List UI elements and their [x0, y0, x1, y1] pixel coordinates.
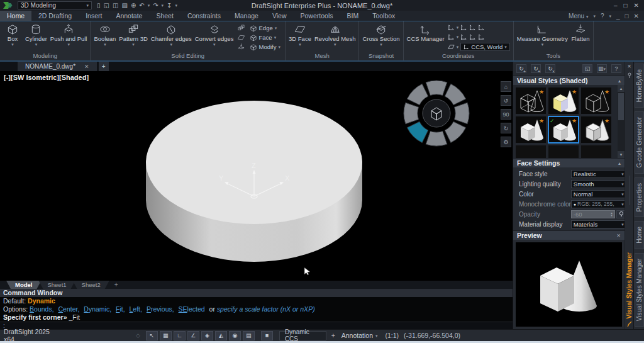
print-icon[interactable]: ▤: [243, 331, 255, 340]
ccs-zaxis-icon[interactable]: [460, 33, 467, 40]
revolved-mesh-button[interactable]: Revolved Mesh▾: [313, 23, 357, 52]
help-button[interactable]: ?: [601, 13, 604, 20]
ccs-world-dropdown[interactable]: CCS, World ▾: [460, 43, 510, 51]
ribbon-minimize-button[interactable]: _: [616, 13, 620, 20]
delete-style-button[interactable]: ↻×: [545, 64, 555, 73]
sidebar-tab-home[interactable]: Home: [635, 221, 644, 249]
navigation-compass-wheel[interactable]: [402, 79, 471, 148]
redo-caret-icon[interactable]: ▾: [162, 3, 164, 8]
sidebar-tab-properties[interactable]: Properties: [635, 177, 644, 218]
ccs-manager-button[interactable]: CCS Manager: [406, 23, 446, 52]
publish-icon[interactable]: ⊕: [131, 3, 136, 9]
ccs-plane-icon[interactable]: [448, 43, 455, 50]
undo-icon[interactable]: ↶: [139, 3, 144, 9]
copy-faces-icon[interactable]: [237, 24, 245, 32]
visual-style-thumb-gouraud[interactable]: ★✓: [548, 116, 579, 143]
modify-button[interactable]: Modify▾: [248, 43, 282, 51]
ccs-view-icon[interactable]: [478, 24, 485, 31]
ortho-icon[interactable]: ∟: [174, 331, 186, 340]
grid-icon[interactable]: ▦: [160, 331, 172, 340]
command-input[interactable]: :: [0, 322, 513, 329]
wheel-segment[interactable]: [426, 81, 447, 96]
visual-style-thumb-shaded-with-edges[interactable]: ★: [581, 116, 611, 143]
wheel-segment[interactable]: [454, 103, 469, 124]
annotation-dropdown[interactable]: Annotation▾: [341, 332, 378, 339]
tab-annotate[interactable]: Annotate: [109, 11, 149, 21]
preview-section-header[interactable]: Preview ✕: [513, 230, 625, 240]
wheel-segment[interactable]: [404, 103, 419, 124]
scroll-up-icon[interactable]: ▴: [618, 85, 625, 92]
restore-button[interactable]: □: [624, 2, 628, 9]
ccs-icon[interactable]: [448, 24, 455, 31]
push-and-pull-button[interactable]: Push and Pull▾: [49, 23, 89, 52]
ui-caret-icon[interactable]: ▾: [593, 14, 596, 18]
spinner-icon[interactable]: ▴▾: [611, 211, 613, 216]
tab-2d-drafting[interactable]: 2D Drafting: [31, 11, 79, 21]
palette-help-button[interactable]: ?: [611, 64, 621, 73]
color-dropdown[interactable]: Normal▾: [571, 190, 626, 198]
close-button[interactable]: ✕: [634, 2, 639, 9]
scroll-down-icon[interactable]: ▾: [618, 151, 625, 158]
save-as-icon[interactable]: ◫: [113, 3, 118, 9]
pin-icon[interactable]: [626, 72, 633, 79]
sidebar-tab-homebyme[interactable]: HomeByMe: [635, 64, 644, 108]
box-button[interactable]: Box▾: [2, 23, 23, 52]
properties-toggle-icon[interactable]: ■: [261, 331, 273, 340]
collapse-icon[interactable]: ▴: [618, 78, 621, 84]
styles-scrollbar[interactable]: ▴ ▾: [618, 85, 625, 158]
rotate-90-button[interactable]: 90: [501, 109, 511, 120]
rotate-cw-button[interactable]: ↻: [501, 123, 511, 133]
clean-icon[interactable]: [237, 43, 245, 51]
tab-constraints[interactable]: Constraints: [180, 11, 228, 21]
new-document-button[interactable]: +: [99, 62, 109, 71]
add-sheet-button[interactable]: +: [109, 281, 123, 289]
sidebar-tab-visual-styles-manager[interactable]: Visual Styles Manager: [635, 253, 644, 327]
new-icon[interactable]: ▯: [97, 3, 101, 9]
tab-view[interactable]: View: [265, 11, 294, 21]
visual-styles-section-header[interactable]: Visual Styles (Shaded) ▴: [513, 76, 625, 85]
wheel-segment[interactable]: [445, 121, 466, 143]
undo-caret-icon[interactable]: ▾: [148, 3, 150, 8]
menu-button[interactable]: Menu ▾: [569, 13, 588, 20]
visual-style-thumb-hidden-line[interactable]: ★: [581, 87, 611, 114]
option-left[interactable]: Left,: [130, 305, 142, 313]
option-center[interactable]: Center,: [58, 305, 80, 313]
visual-style-thumb-row3-a[interactable]: [516, 145, 546, 158]
ccs-entity-icon[interactable]: [469, 24, 476, 31]
palette-close-icon[interactable]: ✕: [627, 64, 631, 69]
option-selected[interactable]: SElected: [179, 305, 205, 313]
command-window-header[interactable]: Command Window: [0, 289, 513, 297]
flatten-button[interactable]: Flatten: [570, 23, 591, 52]
tab-home[interactable]: Home: [0, 11, 31, 21]
open-icon[interactable]: ◱: [104, 3, 109, 9]
option-bounds[interactable]: Bounds,: [30, 305, 54, 313]
boolean-button[interactable]: Boolean▾: [92, 23, 117, 52]
visual-style-thumb-realistic[interactable]: ★: [548, 87, 579, 114]
cylinder-button[interactable]: Cylinder▾: [24, 23, 48, 52]
tab-sheet2[interactable]: Sheet2: [73, 281, 109, 289]
tab-powertools[interactable]: Powertools: [294, 11, 340, 21]
tab-bim[interactable]: BIM: [340, 11, 365, 21]
visual-style-thumb-flat[interactable]: ★: [516, 116, 546, 143]
pointer-filter-icon[interactable]: ↖: [146, 331, 158, 340]
convert-edges-button[interactable]: Convert edges▾: [194, 23, 235, 52]
new-style-button[interactable]: ↻+: [516, 64, 526, 73]
ccs-previous-icon[interactable]: [469, 33, 476, 40]
wheel-segment[interactable]: [426, 131, 447, 146]
tab-model[interactable]: Model: [6, 281, 41, 289]
wheel-segment-sw-active[interactable]: [407, 121, 428, 143]
option-dynamic[interactable]: Dynamic,: [84, 305, 111, 313]
option-fit[interactable]: Fit,: [116, 305, 125, 313]
home-view-button[interactable]: ⌂: [501, 81, 511, 92]
preview-toggle-button[interactable]: ◱: [582, 64, 592, 73]
document-tab[interactable]: NONAME_0.dwg* ✕: [18, 62, 97, 71]
monochrome-color-dropdown[interactable]: ● RGB: 255, 255, ▾: [571, 200, 626, 208]
pattern-3d-button[interactable]: Pattern 3D▾: [118, 23, 148, 52]
color-faces-icon[interactable]: [237, 33, 245, 42]
face-settings-section-header[interactable]: Face Settings ▴: [513, 158, 625, 167]
settings-scrollbar[interactable]: ▴ ▾: [629, 167, 631, 230]
ribbon-restore-button[interactable]: □: [625, 13, 629, 20]
copy-style-button[interactable]: ↻+: [531, 64, 541, 73]
qat-more-caret-icon[interactable]: ▾: [175, 3, 177, 8]
etrack-icon[interactable]: ◭: [215, 331, 227, 340]
